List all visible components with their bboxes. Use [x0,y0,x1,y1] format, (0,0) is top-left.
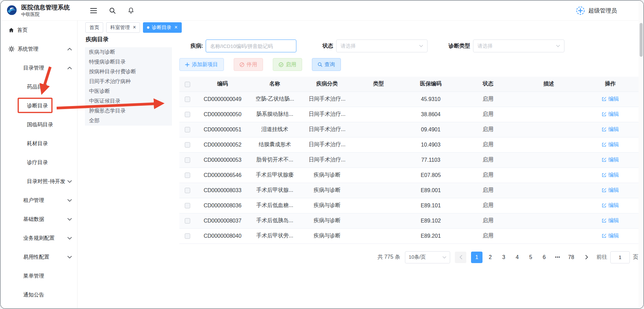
sidebar-item-notice-announcement[interactable]: 通知公告 [1,285,77,304]
search-icon[interactable] [109,7,116,14]
user-badge[interactable]: 超级管理员 [576,6,617,15]
sidebar-item-catalog-management[interactable]: 目录管理 [1,58,77,77]
cell-desc [518,92,580,107]
active-tab-dot [147,26,149,29]
table-header-cell: 描述 [518,77,580,92]
edit-link[interactable]: 编辑 [602,141,619,148]
row-checkbox[interactable] [185,218,190,224]
sidebar-item-system-management[interactable]: 系统管理 [1,40,77,58]
enable-button[interactable]: 启用 [273,58,302,71]
select-all-checkbox[interactable] [185,82,190,87]
bell-icon[interactable] [128,7,134,14]
sidebar-item-label: 易用性配置 [23,254,50,261]
cell-status: 启用 [459,152,518,168]
catalog-item[interactable]: 按病种目录付费诊断 [85,67,172,77]
brand: 医院信息管理系统 中联医院 [1,4,77,18]
page-button[interactable]: 1 [471,252,482,263]
chevron-down-icon [419,45,423,47]
disable-button[interactable]: 停用 [234,58,263,71]
next-page-button[interactable] [582,252,592,263]
edit-link[interactable]: 编辑 [602,156,619,163]
page-button[interactable]: 78 [565,252,577,263]
catalog-item[interactable]: 中医证候目录 [85,96,172,106]
row-checkbox[interactable] [185,173,190,178]
cell-insurance-code: 45.9310 [403,92,459,107]
tab-department-management[interactable]: 科室管理× [106,22,140,33]
sidebar-item-catalog-mapping-dev[interactable]: 目录对照-待开发 [1,172,77,191]
row-checkbox[interactable] [185,127,190,132]
more-pages-button[interactable]: ••• [552,252,563,263]
cell-name: 手术后甲状腺瘘 [250,168,300,183]
check-circle-icon [279,62,284,67]
edit-link[interactable]: 编辑 [602,172,619,179]
table-row: CD0000000052结膜囊成形术日间手术治疗...10.4903启用编辑 [179,137,641,152]
cell-category: 日间手术治疗... [300,107,354,122]
sidebar-item-consumable-catalog[interactable]: 耗材目录 [1,134,77,153]
brand-text: 医院信息管理系统 中联医院 [21,4,70,18]
close-icon[interactable]: × [174,25,177,30]
row-checkbox[interactable] [185,97,190,102]
page-size-select[interactable]: 10条/页 [405,251,450,263]
tab-home[interactable]: 首页 [85,22,103,33]
row-checkbox[interactable] [185,203,190,208]
page-button[interactable]: 6 [538,252,550,263]
sidebar-item-usability-config[interactable]: 易用性配置 [1,248,77,266]
tab-diagnosis-catalog[interactable]: 诊断目录× [143,22,181,33]
sidebar-item-label: 业务规则配置 [23,235,55,242]
cell-type [354,183,403,198]
cell-type [354,92,403,107]
diagnosis-type-select[interactable]: 请选择 [473,40,564,52]
status-select[interactable]: 请选择 [336,40,428,52]
disease-search-input[interactable] [206,40,296,52]
page-button[interactable]: 5 [525,252,536,263]
sidebar-item-business-rule-config[interactable]: 业务规则配置 [1,229,77,248]
pager-pages: 123456•••78 [471,252,577,263]
edit-link[interactable]: 编辑 [602,217,619,224]
query-button[interactable]: 查询 [312,58,341,71]
close-icon[interactable]: × [133,25,136,30]
row-checkbox[interactable] [185,157,190,163]
edit-icon [602,203,607,208]
catalog-list: 疾病与诊断特慢病诊断目录按病种目录付费诊断日间手术治疗病种中医诊断中医证候目录肿… [85,47,172,126]
sidebar-item-drug-catalog[interactable]: 药品目录 [1,77,77,96]
row-checkbox[interactable] [185,188,190,193]
add-item-button[interactable]: 添加新项目 [179,58,224,71]
goto-page-input[interactable] [610,251,630,263]
prev-page-button[interactable] [455,252,466,263]
sidebar-item-treatment-catalog[interactable]: 诊疗目录 [1,153,77,172]
cell-code: CD0000000050 [196,107,250,122]
catalog-item[interactable]: 日间手术治疗病种 [85,77,172,86]
page-button[interactable]: 4 [511,252,523,263]
edit-link[interactable]: 编辑 [602,126,619,133]
cell-desc [518,183,580,198]
row-checkbox[interactable] [185,233,190,239]
catalog-item[interactable]: 肿瘤形态学目录 [85,106,172,116]
page-button[interactable]: 2 [485,252,496,263]
catalog-item[interactable]: 中医诊断 [85,86,172,96]
edit-link[interactable]: 编辑 [602,96,619,103]
edit-link[interactable]: 编辑 [602,202,619,209]
catalog-item[interactable]: 全部 [85,116,172,126]
sidebar-item-home[interactable]: 首页 [1,21,77,40]
sidebar-item-basic-data[interactable]: 基础数据 [1,210,77,229]
edit-link[interactable]: 编辑 [602,111,619,118]
sidebar-item-national-clinical-code-catalog[interactable]: 国临码目录 [1,115,77,134]
vertical-scrollbar[interactable] [640,23,643,57]
chevron-down-icon [67,237,72,240]
table-row: CD0000000049空肠-乙状结肠...日间手术治疗...45.9310启用… [179,92,641,107]
collapse-menu-icon[interactable] [90,8,97,14]
page-button[interactable]: 3 [498,252,509,263]
sidebar-item-label: 国临码目录 [27,121,53,128]
plus-icon [185,62,189,67]
cell-code: CD0000000052 [196,137,250,152]
cell-code: CD0000000051 [196,122,250,137]
catalog-item[interactable]: 特慢病诊断目录 [85,57,172,67]
row-checkbox[interactable] [185,112,190,117]
sidebar-item-diagnosis-catalog[interactable]: 诊断目录 [1,96,77,115]
edit-link[interactable]: 编辑 [602,187,619,194]
catalog-item[interactable]: 疾病与诊断 [85,47,172,57]
sidebar-item-tenant-management[interactable]: 租户管理 [1,191,77,210]
row-checkbox[interactable] [185,142,190,148]
sidebar-item-menu-management[interactable]: 菜单管理 [1,266,77,285]
edit-link[interactable]: 编辑 [602,232,619,239]
